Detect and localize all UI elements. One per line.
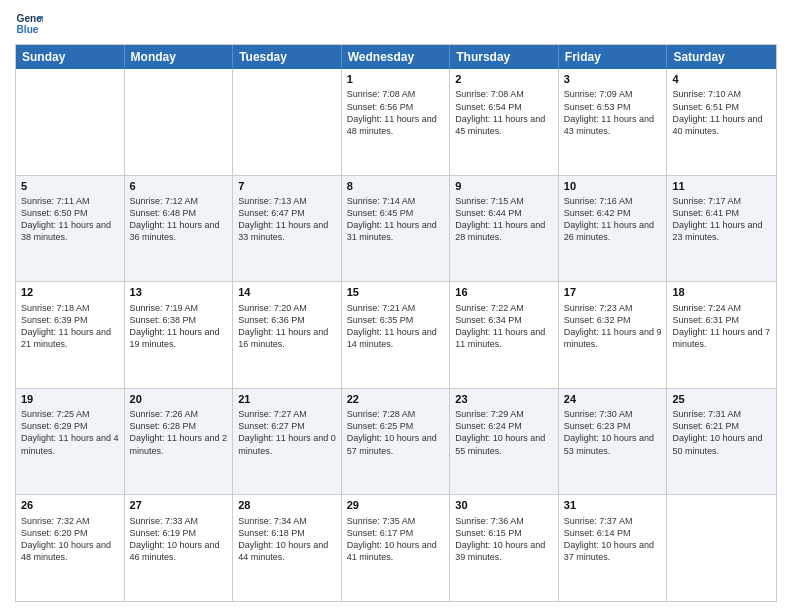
calendar: SundayMondayTuesdayWednesdayThursdayFrid…: [15, 44, 777, 602]
calendar-cell-2-0: 12Sunrise: 7:18 AM Sunset: 6:39 PM Dayli…: [16, 282, 125, 388]
header-day-wednesday: Wednesday: [342, 45, 451, 69]
header-day-sunday: Sunday: [16, 45, 125, 69]
calendar-cell-4-6: [667, 495, 776, 601]
day-number: 22: [347, 392, 445, 407]
calendar-cell-3-0: 19Sunrise: 7:25 AM Sunset: 6:29 PM Dayli…: [16, 389, 125, 495]
day-info: Sunrise: 7:13 AM Sunset: 6:47 PM Dayligh…: [238, 195, 336, 244]
calendar-row-1: 5Sunrise: 7:11 AM Sunset: 6:50 PM Daylig…: [16, 175, 776, 282]
day-info: Sunrise: 7:20 AM Sunset: 6:36 PM Dayligh…: [238, 302, 336, 351]
day-info: Sunrise: 7:29 AM Sunset: 6:24 PM Dayligh…: [455, 408, 553, 457]
calendar-cell-0-2: [233, 69, 342, 175]
day-info: Sunrise: 7:35 AM Sunset: 6:17 PM Dayligh…: [347, 515, 445, 564]
calendar-cell-2-1: 13Sunrise: 7:19 AM Sunset: 6:38 PM Dayli…: [125, 282, 234, 388]
day-info: Sunrise: 7:32 AM Sunset: 6:20 PM Dayligh…: [21, 515, 119, 564]
day-number: 26: [21, 498, 119, 513]
day-info: Sunrise: 7:17 AM Sunset: 6:41 PM Dayligh…: [672, 195, 771, 244]
day-info: Sunrise: 7:37 AM Sunset: 6:14 PM Dayligh…: [564, 515, 662, 564]
header-day-monday: Monday: [125, 45, 234, 69]
calendar-row-2: 12Sunrise: 7:18 AM Sunset: 6:39 PM Dayli…: [16, 281, 776, 388]
day-number: 1: [347, 72, 445, 87]
day-info: Sunrise: 7:23 AM Sunset: 6:32 PM Dayligh…: [564, 302, 662, 351]
day-number: 15: [347, 285, 445, 300]
day-info: Sunrise: 7:10 AM Sunset: 6:51 PM Dayligh…: [672, 88, 771, 137]
day-info: Sunrise: 7:36 AM Sunset: 6:15 PM Dayligh…: [455, 515, 553, 564]
calendar-cell-0-6: 4Sunrise: 7:10 AM Sunset: 6:51 PM Daylig…: [667, 69, 776, 175]
day-info: Sunrise: 7:33 AM Sunset: 6:19 PM Dayligh…: [130, 515, 228, 564]
header: General Blue: [15, 10, 777, 38]
svg-text:Blue: Blue: [17, 24, 39, 35]
calendar-cell-1-5: 10Sunrise: 7:16 AM Sunset: 6:42 PM Dayli…: [559, 176, 668, 282]
calendar-cell-4-4: 30Sunrise: 7:36 AM Sunset: 6:15 PM Dayli…: [450, 495, 559, 601]
calendar-header: SundayMondayTuesdayWednesdayThursdayFrid…: [16, 45, 776, 69]
calendar-cell-0-4: 2Sunrise: 7:08 AM Sunset: 6:54 PM Daylig…: [450, 69, 559, 175]
day-number: 7: [238, 179, 336, 194]
calendar-cell-3-6: 25Sunrise: 7:31 AM Sunset: 6:21 PM Dayli…: [667, 389, 776, 495]
day-info: Sunrise: 7:30 AM Sunset: 6:23 PM Dayligh…: [564, 408, 662, 457]
calendar-cell-3-1: 20Sunrise: 7:26 AM Sunset: 6:28 PM Dayli…: [125, 389, 234, 495]
day-number: 28: [238, 498, 336, 513]
calendar-cell-0-3: 1Sunrise: 7:08 AM Sunset: 6:56 PM Daylig…: [342, 69, 451, 175]
header-day-tuesday: Tuesday: [233, 45, 342, 69]
calendar-cell-1-4: 9Sunrise: 7:15 AM Sunset: 6:44 PM Daylig…: [450, 176, 559, 282]
day-number: 10: [564, 179, 662, 194]
calendar-row-4: 26Sunrise: 7:32 AM Sunset: 6:20 PM Dayli…: [16, 494, 776, 601]
logo: General Blue: [15, 10, 43, 38]
day-number: 12: [21, 285, 119, 300]
day-info: Sunrise: 7:09 AM Sunset: 6:53 PM Dayligh…: [564, 88, 662, 137]
day-number: 11: [672, 179, 771, 194]
day-info: Sunrise: 7:08 AM Sunset: 6:54 PM Dayligh…: [455, 88, 553, 137]
day-info: Sunrise: 7:28 AM Sunset: 6:25 PM Dayligh…: [347, 408, 445, 457]
day-number: 17: [564, 285, 662, 300]
header-day-thursday: Thursday: [450, 45, 559, 69]
calendar-cell-2-2: 14Sunrise: 7:20 AM Sunset: 6:36 PM Dayli…: [233, 282, 342, 388]
day-number: 8: [347, 179, 445, 194]
calendar-cell-2-6: 18Sunrise: 7:24 AM Sunset: 6:31 PM Dayli…: [667, 282, 776, 388]
day-number: 27: [130, 498, 228, 513]
day-number: 25: [672, 392, 771, 407]
day-info: Sunrise: 7:19 AM Sunset: 6:38 PM Dayligh…: [130, 302, 228, 351]
calendar-cell-0-5: 3Sunrise: 7:09 AM Sunset: 6:53 PM Daylig…: [559, 69, 668, 175]
day-number: 31: [564, 498, 662, 513]
day-number: 19: [21, 392, 119, 407]
calendar-cell-1-3: 8Sunrise: 7:14 AM Sunset: 6:45 PM Daylig…: [342, 176, 451, 282]
calendar-cell-1-0: 5Sunrise: 7:11 AM Sunset: 6:50 PM Daylig…: [16, 176, 125, 282]
calendar-cell-2-3: 15Sunrise: 7:21 AM Sunset: 6:35 PM Dayli…: [342, 282, 451, 388]
calendar-row-3: 19Sunrise: 7:25 AM Sunset: 6:29 PM Dayli…: [16, 388, 776, 495]
page: General Blue SundayMondayTuesdayWednesda…: [0, 0, 792, 612]
day-info: Sunrise: 7:14 AM Sunset: 6:45 PM Dayligh…: [347, 195, 445, 244]
calendar-cell-1-2: 7Sunrise: 7:13 AM Sunset: 6:47 PM Daylig…: [233, 176, 342, 282]
day-info: Sunrise: 7:34 AM Sunset: 6:18 PM Dayligh…: [238, 515, 336, 564]
day-number: 30: [455, 498, 553, 513]
calendar-body: 1Sunrise: 7:08 AM Sunset: 6:56 PM Daylig…: [16, 69, 776, 601]
day-number: 18: [672, 285, 771, 300]
day-info: Sunrise: 7:31 AM Sunset: 6:21 PM Dayligh…: [672, 408, 771, 457]
day-number: 2: [455, 72, 553, 87]
day-number: 14: [238, 285, 336, 300]
day-info: Sunrise: 7:15 AM Sunset: 6:44 PM Dayligh…: [455, 195, 553, 244]
day-info: Sunrise: 7:27 AM Sunset: 6:27 PM Dayligh…: [238, 408, 336, 457]
day-info: Sunrise: 7:26 AM Sunset: 6:28 PM Dayligh…: [130, 408, 228, 457]
day-info: Sunrise: 7:21 AM Sunset: 6:35 PM Dayligh…: [347, 302, 445, 351]
day-number: 16: [455, 285, 553, 300]
day-info: Sunrise: 7:18 AM Sunset: 6:39 PM Dayligh…: [21, 302, 119, 351]
calendar-row-0: 1Sunrise: 7:08 AM Sunset: 6:56 PM Daylig…: [16, 69, 776, 175]
day-info: Sunrise: 7:22 AM Sunset: 6:34 PM Dayligh…: [455, 302, 553, 351]
calendar-cell-2-5: 17Sunrise: 7:23 AM Sunset: 6:32 PM Dayli…: [559, 282, 668, 388]
calendar-cell-3-4: 23Sunrise: 7:29 AM Sunset: 6:24 PM Dayli…: [450, 389, 559, 495]
day-number: 13: [130, 285, 228, 300]
logo-icon: General Blue: [15, 10, 43, 38]
day-number: 29: [347, 498, 445, 513]
calendar-cell-0-1: [125, 69, 234, 175]
header-day-saturday: Saturday: [667, 45, 776, 69]
day-info: Sunrise: 7:12 AM Sunset: 6:48 PM Dayligh…: [130, 195, 228, 244]
day-info: Sunrise: 7:16 AM Sunset: 6:42 PM Dayligh…: [564, 195, 662, 244]
day-number: 24: [564, 392, 662, 407]
calendar-cell-2-4: 16Sunrise: 7:22 AM Sunset: 6:34 PM Dayli…: [450, 282, 559, 388]
calendar-cell-4-1: 27Sunrise: 7:33 AM Sunset: 6:19 PM Dayli…: [125, 495, 234, 601]
day-number: 21: [238, 392, 336, 407]
day-info: Sunrise: 7:25 AM Sunset: 6:29 PM Dayligh…: [21, 408, 119, 457]
day-number: 5: [21, 179, 119, 194]
calendar-cell-3-3: 22Sunrise: 7:28 AM Sunset: 6:25 PM Dayli…: [342, 389, 451, 495]
day-number: 23: [455, 392, 553, 407]
calendar-cell-4-3: 29Sunrise: 7:35 AM Sunset: 6:17 PM Dayli…: [342, 495, 451, 601]
